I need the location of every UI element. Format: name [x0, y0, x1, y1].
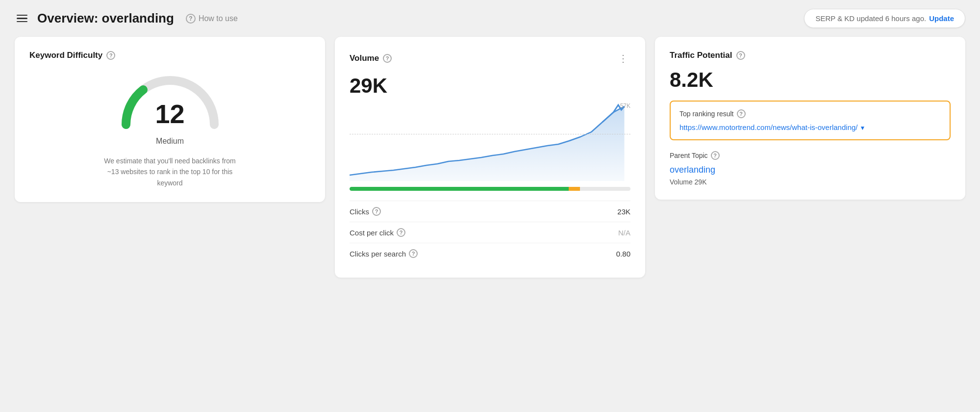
tp-title: Traffic Potential — [670, 51, 732, 60]
update-status-text: SERP & KD updated 6 hours ago. — [815, 14, 926, 23]
parent-topic-link[interactable]: overlanding — [670, 165, 951, 175]
clicks-help-icon[interactable]: ? — [372, 207, 381, 216]
kd-value: 12 — [155, 101, 184, 127]
update-status-pill: SERP & KD updated 6 hours ago. Update — [804, 9, 965, 28]
volume-chart-svg — [350, 103, 630, 181]
tp-card-header: Traffic Potential ? — [670, 51, 951, 60]
cpc-value: N/A — [618, 229, 630, 237]
how-to-use-icon: ? — [186, 14, 196, 24]
parent-topic-help-icon[interactable]: ? — [711, 151, 720, 160]
update-link[interactable]: Update — [929, 14, 954, 23]
top-ranking-dropdown-arrow[interactable]: ▼ — [859, 125, 865, 131]
metric-row-cpc: Cost per click ? N/A — [350, 222, 630, 243]
cps-label: Clicks per search ? — [350, 249, 418, 258]
traffic-potential-card: Traffic Potential ? 8.2K Top ranking res… — [655, 37, 965, 200]
top-ranking-box: Top ranking result ? https://www.motortr… — [670, 101, 951, 140]
hamburger-menu[interactable] — [15, 13, 29, 25]
volume-card: Volume ? ⋮ 29K 57K — [335, 37, 645, 278]
volume-card-header: Volume ? ⋮ — [350, 51, 630, 66]
keyword-difficulty-card: Keyword Difficulty ? 12 Medium We estima… — [15, 37, 325, 202]
progress-bar-orange — [569, 187, 580, 191]
kd-help-icon[interactable]: ? — [106, 51, 115, 60]
cps-help-icon[interactable]: ? — [409, 249, 418, 258]
volume-metrics: Clicks ? 23K Cost per click ? N/A Clicks… — [350, 201, 630, 264]
volume-progress-bar — [350, 187, 630, 191]
chart-dashed-line — [350, 134, 630, 134]
cards-container: Keyword Difficulty ? 12 Medium We estima… — [0, 37, 980, 292]
parent-topic-section: Parent Topic ? overlanding Volume 29K — [670, 151, 951, 186]
volume-value: 29K — [350, 74, 630, 98]
how-to-use-button[interactable]: ? How to use — [182, 12, 242, 26]
clicks-value: 23K — [617, 207, 630, 216]
parent-topic-label: Parent Topic ? — [670, 151, 951, 160]
cps-value: 0.80 — [616, 250, 630, 258]
how-to-use-label: How to use — [199, 14, 238, 23]
chart-max-label: 57K — [620, 103, 630, 109]
tp-help-icon[interactable]: ? — [736, 51, 745, 60]
header-right: SERP & KD updated 6 hours ago. Update — [804, 9, 965, 28]
volume-header-left: Volume ? — [350, 53, 392, 63]
top-ranking-url[interactable]: https://www.motortrend.com/news/what-is-… — [679, 123, 941, 131]
volume-help-icon[interactable]: ? — [383, 54, 392, 63]
kd-label: Medium — [29, 137, 310, 146]
clicks-label: Clicks ? — [350, 207, 381, 216]
page-header: Overview: overlanding ? How to use SERP … — [0, 0, 980, 37]
volume-title: Volume — [350, 53, 379, 63]
cpc-help-icon[interactable]: ? — [397, 228, 405, 237]
tp-value: 8.2K — [670, 68, 951, 92]
parent-topic-volume: Volume 29K — [670, 178, 951, 186]
kd-card-header: Keyword Difficulty ? — [29, 51, 310, 60]
kd-title: Keyword Difficulty — [29, 51, 102, 60]
top-ranking-help-icon[interactable]: ? — [737, 109, 746, 118]
volume-menu-dots[interactable]: ⋮ — [616, 51, 630, 66]
progress-bar-green — [350, 187, 569, 191]
top-ranking-label: Top ranking result ? — [679, 109, 941, 118]
metric-row-clicks: Clicks ? 23K — [350, 201, 630, 222]
cpc-label: Cost per click ? — [350, 228, 405, 237]
page-title: Overview: overlanding — [37, 11, 174, 26]
volume-chart: 57K — [350, 103, 630, 181]
metric-row-cps: Clicks per search ? 0.80 — [350, 243, 630, 264]
kd-description: We estimate that you'll need backlinks f… — [101, 155, 239, 188]
kd-gauge: 12 — [116, 68, 224, 132]
